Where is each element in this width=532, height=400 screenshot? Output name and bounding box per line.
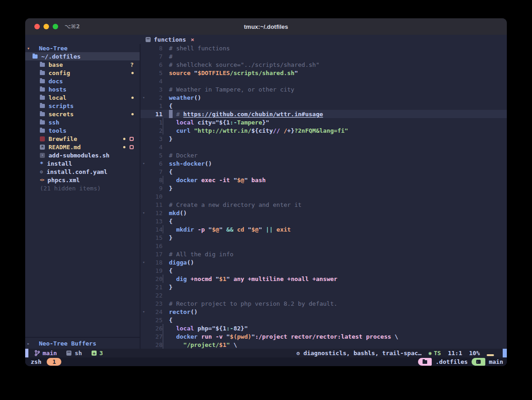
- tree-row[interactable]: tools: [25, 126, 140, 135]
- code-line[interactable]: 3# Weather in Tampere, or other city: [141, 85, 507, 93]
- tree-row[interactable]: base?: [25, 60, 140, 69]
- tmux-directory-badge: [418, 358, 432, 366]
- code-line[interactable]: 8 docker exec -it "$@" bash: [141, 176, 507, 184]
- git-unstaged-square-icon: [130, 145, 134, 149]
- tree-row[interactable]: ⚙install.conf.yaml: [25, 168, 140, 176]
- fold-chevron-icon[interactable]: ▾: [141, 309, 147, 314]
- code-line[interactable]: 8# shell functions: [141, 44, 507, 52]
- code-line[interactable]: 13{: [141, 217, 507, 225]
- tree-row[interactable]: ~/.dotfiles: [25, 52, 140, 60]
- syntax-segment: -p: [198, 226, 205, 233]
- code-line[interactable]: 16: [141, 242, 507, 250]
- code-text: }: [169, 284, 173, 291]
- chevron-down-icon[interactable]: ▾: [25, 46, 32, 51]
- close-window-button[interactable]: [34, 24, 40, 29]
- code-line[interactable]: 7#: [141, 52, 507, 60]
- code-line[interactable]: 11# Create a new directory and enter it: [141, 200, 507, 209]
- statusline: main sh + 3 ⚙ diagnosticls, bashls, trai…: [25, 349, 507, 357]
- code-line[interactable]: 10: [141, 192, 507, 200]
- syntax-segment: ": [223, 333, 230, 340]
- minimize-window-button[interactable]: [43, 24, 49, 29]
- code-line[interactable]: 1 local city="${1:-Tampere}": [141, 118, 507, 126]
- syntax-segment: source: [169, 70, 190, 76]
- fold-chevron-icon[interactable]: ▾: [141, 260, 147, 265]
- code-line[interactable]: 28 "/project/$1" \: [141, 341, 507, 349]
- code-line[interactable]: 5# Docker: [141, 151, 507, 159]
- tree-row[interactable]: ssh: [25, 118, 140, 126]
- syntax-segment: [309, 276, 312, 282]
- tree-row[interactable]: ›add-submodules.sh: [25, 151, 140, 159]
- tree-row[interactable]: Brewfile: [25, 135, 140, 143]
- code-line[interactable]: ▾6ssh-docker(): [141, 159, 507, 168]
- code-line[interactable]: 4: [141, 143, 507, 151]
- code-line[interactable]: 14 mkdir -p "$@" && cd "$@" || exit: [141, 225, 507, 233]
- syntax-segment: (): [187, 259, 194, 266]
- syntax-segment: cd: [237, 226, 244, 233]
- zoom-window-button[interactable]: [53, 24, 58, 29]
- tab-close-icon[interactable]: ×: [190, 36, 194, 43]
- code-line[interactable]: 27 docker run -v "$(pwd)":/project recto…: [141, 332, 507, 341]
- syntax-segment: (): [205, 160, 212, 167]
- code-line[interactable]: 9}: [141, 184, 507, 192]
- syntax-segment: # Weather in Tampere, or other city: [169, 86, 294, 93]
- tab-functions[interactable]: functions ×: [146, 35, 194, 44]
- syntax-segment: curl: [176, 127, 190, 134]
- syntax-segment: ": [244, 226, 251, 233]
- buffer-icon: [146, 37, 151, 42]
- code-text: mkdir -p "$@" && cd "$@" || exit: [169, 226, 291, 233]
- code-line[interactable]: ▾12mkd(): [141, 209, 507, 217]
- code-line[interactable]: 21}: [141, 283, 507, 291]
- tree-row[interactable]: config: [25, 69, 140, 77]
- code-line[interactable]: ▾18digga(): [141, 258, 507, 266]
- fold-chevron-icon[interactable]: ▾: [141, 211, 147, 215]
- tmux-directory-label: .dotfiles: [435, 358, 467, 365]
- code-line[interactable]: 4: [141, 77, 507, 85]
- fold-chevron-icon[interactable]: ▾: [141, 161, 147, 166]
- tree-row[interactable]: local: [25, 93, 140, 102]
- code-line[interactable]: 6# shellcheck source="../scripts/shared.…: [141, 60, 507, 69]
- code-line[interactable]: 23# Rector project to php version 8.2 by…: [141, 299, 507, 308]
- line-number: 20: [147, 276, 163, 282]
- code-line[interactable]: 20 dig +nocmd "$1" any +multiline +noall…: [141, 275, 507, 283]
- indent-guide: [163, 324, 163, 332]
- code-line[interactable]: 17# All the dig info: [141, 250, 507, 258]
- tree-row[interactable]: *install: [25, 159, 140, 168]
- code-line[interactable]: ▾24rector(): [141, 308, 507, 316]
- fold-chevron-icon[interactable]: ▾: [141, 95, 147, 100]
- neo-tree-buffers-header[interactable]: ▸ Neo-Tree Buffers: [25, 337, 140, 349]
- code-line-current[interactable]: 11 # https://github.com/chubin/wttr.in#u…: [141, 110, 507, 118]
- neo-tree-header[interactable]: ▾Neo-Tree: [25, 44, 140, 52]
- git-modified-dot-icon: [123, 146, 125, 148]
- syntax-segment: &&: [226, 226, 233, 233]
- tree-item-label: base: [49, 61, 63, 68]
- code-line[interactable]: 3}: [141, 135, 507, 143]
- tree-row[interactable]: MREADME.md: [25, 143, 140, 151]
- code-line[interactable]: 1{: [141, 102, 507, 110]
- tmux-window-index-badge[interactable]: 1: [47, 358, 61, 366]
- syntax-segment: #: [169, 111, 183, 118]
- code-line[interactable]: 15}: [141, 233, 507, 242]
- tree-row[interactable]: <>phpcs.xml: [25, 176, 140, 184]
- git-status-badges: [131, 72, 140, 74]
- code-line[interactable]: 19{: [141, 266, 507, 275]
- code-line[interactable]: 7{: [141, 168, 507, 176]
- syntax-segment: https://github.com/chubin/wttr.in#usage: [183, 111, 323, 118]
- code-line[interactable]: 25{: [141, 316, 507, 324]
- code-text: {: [169, 317, 173, 324]
- syntax-segment: [169, 226, 176, 233]
- tree-row[interactable]: secrets: [25, 110, 140, 118]
- code-line[interactable]: ▾2weather(): [141, 93, 507, 102]
- syntax-segment: [169, 333, 176, 340]
- tree-row[interactable]: docs: [25, 77, 140, 85]
- code-line[interactable]: 5source "$DOTFILES/scripts/shared.sh": [141, 69, 507, 77]
- tree-item-label: install.conf.yaml: [47, 168, 108, 175]
- code-line[interactable]: 2 curl "http://wttr.in/${city// /+}?2nFQ…: [141, 126, 507, 135]
- code-line[interactable]: 22: [141, 291, 507, 299]
- tree-row[interactable]: scripts: [25, 102, 140, 110]
- code-line[interactable]: 26 local php="${1:-82}": [141, 324, 507, 332]
- scrollbar-thumb[interactable]: [503, 349, 507, 357]
- tree-row[interactable]: hosts: [25, 85, 140, 93]
- syntax-segment: +noall: [287, 276, 309, 282]
- code-text: "/project/$1" \: [169, 341, 237, 348]
- line-number: 19: [147, 267, 163, 274]
